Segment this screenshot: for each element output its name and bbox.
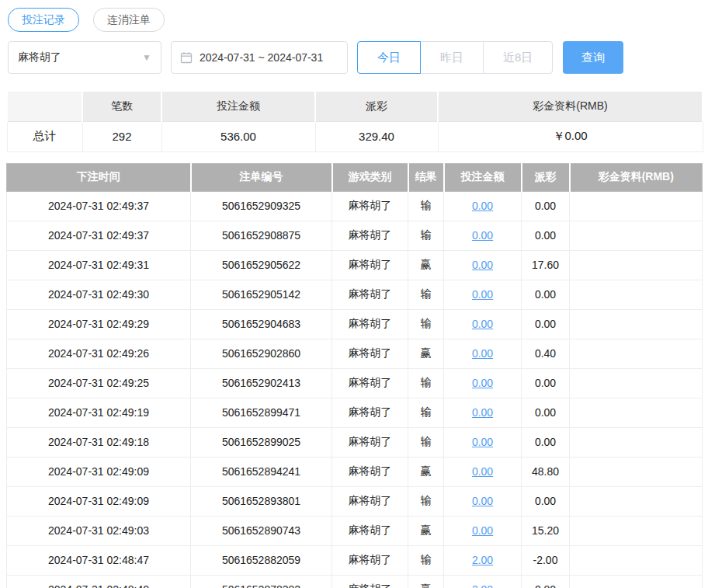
cell-bonus: [570, 368, 703, 398]
cell-order-id: 5061652902413: [191, 368, 332, 398]
tab-cancelled-orders[interactable]: 连消注单: [93, 8, 165, 32]
table-row: 2024-07-31 02:48:47 5061652882059 麻将胡了 输…: [7, 545, 703, 575]
cell-order-id: 5061652894241: [191, 457, 332, 486]
cell-bonus: [570, 398, 703, 427]
table-row: 2024-07-31 02:49:19 5061652899471 麻将胡了 输…: [7, 398, 703, 427]
bet-amount-link[interactable]: 0.00: [472, 377, 493, 389]
records-table: 下注时间 注单编号 游戏类别 结果 投注金额 派彩 彩金资料(RMB) 2024…: [6, 163, 703, 588]
cell-game-type: 麻将胡了: [332, 191, 408, 221]
cell-payout: 0.00: [522, 191, 570, 221]
bet-amount-link[interactable]: 0.00: [472, 465, 493, 478]
cell-order-id: 5061652905622: [191, 250, 332, 280]
cell-bet-amount: 0.00: [444, 309, 522, 339]
cell-bonus: [570, 486, 703, 516]
bet-amount-link[interactable]: 0.00: [472, 318, 493, 330]
cell-game-type: 麻将胡了: [332, 545, 408, 575]
cell-result: 赢: [408, 339, 444, 368]
cell-bet-time: 2024-07-31 02:49:18: [7, 427, 191, 457]
yesterday-button[interactable]: 昨日: [420, 41, 484, 74]
chevron-down-icon: ▼: [142, 52, 151, 63]
header-bonus: 彩金资料(RMB): [570, 163, 703, 191]
cell-order-id: 5061652904683: [191, 309, 332, 339]
cell-result: 输: [408, 191, 444, 221]
bet-amount-link[interactable]: 2.00: [472, 583, 493, 588]
cell-bet-time: 2024-07-31 02:49:09: [7, 457, 191, 486]
cell-bonus: [570, 280, 703, 309]
cell-order-id: 5061652893801: [191, 486, 332, 516]
cell-bet-amount: 2.00: [444, 545, 522, 575]
cell-game-type: 麻将胡了: [332, 516, 408, 545]
cell-game-type: 麻将胡了: [332, 280, 408, 309]
cell-bonus: [570, 191, 703, 221]
cell-payout: 0.00: [522, 398, 570, 427]
cell-result: 赢: [408, 516, 444, 545]
cell-bet-time: 2024-07-31 02:48:47: [7, 545, 191, 575]
cell-game-type: 麻将胡了: [332, 339, 408, 368]
records-header-row: 下注时间 注单编号 游戏类别 结果 投注金额 派彩 彩金资料(RMB): [7, 163, 703, 191]
cell-payout: 15.20: [522, 516, 570, 545]
cell-bet-time: 2024-07-31 02:49:09: [7, 486, 191, 516]
game-type-select-value: 麻将胡了: [18, 50, 61, 64]
cell-order-id: 5061652899025: [191, 427, 332, 457]
today-button[interactable]: 今日: [357, 41, 421, 74]
cell-game-type: 麻将胡了: [332, 309, 408, 339]
cell-game-type: 麻将胡了: [332, 486, 408, 516]
cell-bet-amount: 0.00: [444, 398, 522, 427]
summary-header-empty: [7, 91, 82, 121]
cell-result: 输: [408, 309, 444, 339]
cell-order-id: 5061652908875: [191, 221, 332, 250]
betting-records-page: 投注记录 连消注单 麻将胡了 ▼ 2024-07-31 ~ 2024-07-31…: [0, 0, 708, 588]
bet-amount-link[interactable]: 0.00: [472, 347, 493, 360]
bet-amount-link[interactable]: 0.00: [472, 495, 493, 507]
table-row: 2024-07-31 02:49:18 5061652899025 麻将胡了 输…: [7, 427, 703, 457]
bet-amount-link[interactable]: 0.00: [472, 229, 493, 242]
cell-game-type: 麻将胡了: [332, 575, 408, 588]
bet-amount-link[interactable]: 2.00: [472, 554, 493, 566]
cell-bet-amount: 0.00: [444, 221, 522, 250]
bet-amount-link[interactable]: 0.00: [472, 524, 493, 537]
cell-result: 输: [408, 368, 444, 398]
summary-total-row: 总计 292 536.00 329.40 ￥0.00: [7, 121, 703, 151]
date-range-picker[interactable]: 2024-07-31 ~ 2024-07-31: [171, 41, 348, 74]
cell-bet-amount: 0.00: [444, 280, 522, 309]
cell-bet-amount: 0.00: [444, 427, 522, 457]
summary-header-bet-amount: 投注金额: [161, 91, 315, 121]
cell-payout: 0.00: [522, 309, 570, 339]
cell-bet-amount: 0.00: [444, 457, 522, 486]
table-row: 2024-07-31 02:49:37 5061652909325 麻将胡了 输…: [7, 191, 703, 221]
cell-game-type: 麻将胡了: [332, 457, 408, 486]
cell-payout: 0.80: [522, 575, 570, 588]
cell-bet-time: 2024-07-31 02:49:29: [7, 309, 191, 339]
bet-amount-link[interactable]: 0.00: [472, 288, 493, 301]
cell-payout: -2.00: [522, 545, 570, 575]
bet-amount-link[interactable]: 0.00: [472, 406, 493, 419]
bet-amount-link[interactable]: 0.00: [472, 259, 493, 271]
search-button[interactable]: 查询: [563, 41, 623, 74]
cell-order-id: 5061652878382: [191, 575, 332, 588]
bet-amount-link[interactable]: 0.00: [472, 436, 493, 448]
summary-header-count: 笔数: [82, 91, 161, 121]
summary-bet-amount-value: 536.00: [161, 121, 315, 151]
header-bet-time: 下注时间: [7, 163, 191, 191]
cell-payout: 0.00: [522, 368, 570, 398]
cell-game-type: 麻将胡了: [332, 368, 408, 398]
cell-result: 输: [408, 280, 444, 309]
cell-payout: 48.80: [522, 457, 570, 486]
cell-payout: 0.00: [522, 280, 570, 309]
bet-amount-link[interactable]: 0.00: [472, 200, 493, 212]
cell-payout: 0.00: [522, 486, 570, 516]
table-row: 2024-07-31 02:49:25 5061652902413 麻将胡了 输…: [7, 368, 703, 398]
cell-result: 赢: [408, 457, 444, 486]
cell-bet-time: 2024-07-31 02:49:26: [7, 339, 191, 368]
last-8-days-button[interactable]: 近8日: [483, 41, 553, 74]
tab-betting-records[interactable]: 投注记录: [8, 8, 79, 32]
table-row: 2024-07-31 02:49:09 5061652893801 麻将胡了 输…: [7, 486, 703, 516]
cell-bet-time: 2024-07-31 02:49:37: [7, 221, 191, 250]
cell-bet-amount: 0.00: [444, 516, 522, 545]
cell-bonus: [570, 457, 703, 486]
date-range-value: 2024-07-31 ~ 2024-07-31: [200, 51, 323, 64]
cell-bonus: [570, 427, 703, 457]
cell-payout: 0.00: [522, 221, 570, 250]
game-type-select[interactable]: 麻将胡了 ▼: [8, 41, 161, 74]
table-row: 2024-07-31 02:49:26 5061652902860 麻将胡了 赢…: [7, 339, 703, 368]
